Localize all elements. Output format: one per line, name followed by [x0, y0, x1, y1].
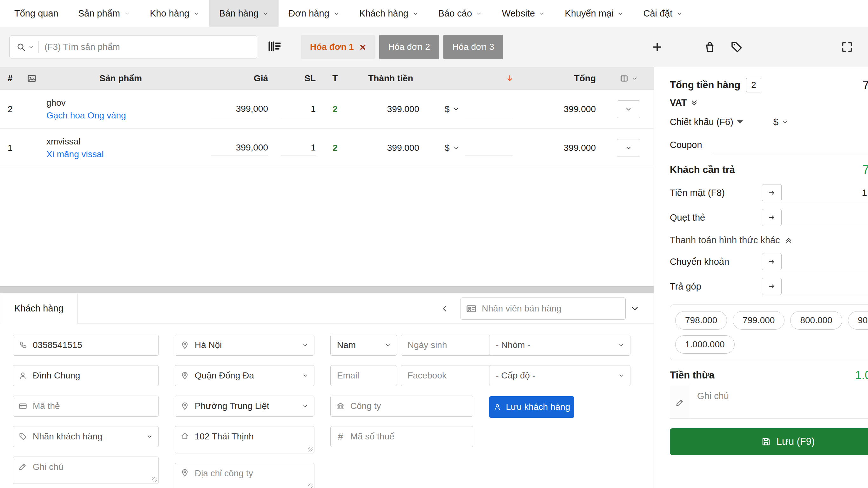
company-input[interactable]: [350, 401, 473, 411]
discount-toggle[interactable]: Chiết khấu (F6): [670, 117, 743, 127]
company-address-field[interactable]: [175, 463, 314, 488]
coupon-input[interactable]: [712, 137, 868, 153]
nav-item-ban-hang[interactable]: Bán hàng: [209, 0, 279, 27]
customer-name-input[interactable]: [33, 370, 158, 381]
product-search-box[interactable]: [9, 36, 257, 58]
price-input[interactable]: [211, 140, 268, 156]
nav-item-khuyen-mai[interactable]: Khuyến mại: [555, 0, 633, 27]
column-chooser[interactable]: [603, 74, 654, 83]
chevron-down-icon: [262, 10, 269, 17]
customer-label-select[interactable]: Nhãn khách hàng: [13, 426, 159, 447]
price-input[interactable]: [211, 101, 268, 117]
row-options-button[interactable]: [617, 139, 640, 157]
customer-note-field[interactable]: [13, 457, 159, 484]
nav-item-san-pham[interactable]: Sản phẩm: [68, 0, 140, 27]
nav-item-tong-quan[interactable]: Tổng quan: [4, 0, 68, 27]
cash-fill-button[interactable]: [762, 184, 782, 201]
nav-item-website[interactable]: Website: [492, 0, 555, 27]
orders-bag-button[interactable]: [703, 40, 716, 54]
shopping-bag-icon: [703, 40, 716, 54]
employee-select[interactable]: [461, 297, 626, 320]
customer-note-input[interactable]: [33, 457, 158, 484]
caret-down-icon: [737, 120, 743, 124]
other-methods-toggle[interactable]: Thanh toán hình thức khác: [670, 235, 868, 246]
payment-note-input[interactable]: [690, 386, 868, 419]
city-select[interactable]: Hà Nội: [175, 335, 314, 356]
panel-divider: [0, 286, 654, 293]
chevrons-down-icon: [690, 99, 699, 107]
product-name-link[interactable]: Xi măng vissal: [46, 149, 104, 159]
installment-fill-button[interactable]: [762, 278, 782, 295]
email-field[interactable]: [330, 365, 397, 386]
tab-customer[interactable]: Khách hàng: [0, 294, 78, 324]
tax-code-field[interactable]: #: [330, 426, 473, 447]
ward-select[interactable]: Phường Trung Liệt: [175, 396, 314, 417]
transfer-input[interactable]: [782, 253, 868, 270]
discount-unit-select[interactable]: $: [445, 104, 459, 114]
installment-input[interactable]: [782, 278, 868, 295]
phone-field[interactable]: [13, 335, 159, 356]
tax-code-input[interactable]: [350, 431, 473, 442]
collapse-panel-button[interactable]: [440, 304, 450, 313]
fullscreen-button[interactable]: [841, 41, 854, 53]
toolbar-icons: [703, 40, 743, 54]
customer-name-field[interactable]: [13, 365, 159, 386]
save-invoice-button[interactable]: Lưu (F9): [670, 428, 868, 455]
discount-unit-select[interactable]: $: [445, 143, 459, 153]
amount-pill[interactable]: 800.000: [790, 311, 842, 330]
phone-input[interactable]: [33, 340, 158, 350]
price-tag-button[interactable]: [730, 40, 743, 54]
amount-pill[interactable]: 799.000: [733, 311, 784, 330]
company-field[interactable]: [330, 396, 473, 417]
select-value: Quận Đống Đa: [195, 370, 302, 381]
quantity-input[interactable]: [281, 140, 316, 156]
save-customer-button[interactable]: Lưu khách hàng: [489, 396, 574, 418]
tab-invoice-1[interactable]: Hóa đơn 1 ×: [301, 35, 375, 59]
gender-select[interactable]: Nam: [330, 335, 397, 356]
address-input[interactable]: 102 Thái Thịnh: [195, 426, 314, 453]
company-address-input[interactable]: [195, 463, 314, 488]
payment-note-field[interactable]: [670, 386, 868, 419]
card-swipe-fill-button[interactable]: [762, 209, 782, 226]
tab-invoice-2[interactable]: Hóa đơn 2: [379, 35, 439, 59]
add-invoice-button[interactable]: +: [652, 39, 662, 55]
cash-input[interactable]: [782, 184, 868, 201]
product-name-link[interactable]: Gạch hoa Ong vàng: [46, 110, 126, 121]
email-input[interactable]: [337, 370, 397, 381]
barcode-icon: [267, 39, 282, 55]
nav-item-cai-dat[interactable]: Cài đặt: [633, 0, 693, 27]
quantity-input[interactable]: [281, 101, 316, 117]
chevron-down-icon[interactable]: [28, 44, 34, 50]
close-icon[interactable]: ×: [360, 41, 366, 53]
employee-input[interactable]: [482, 303, 625, 314]
arrow-right-icon: [768, 214, 776, 222]
row-options-button[interactable]: [617, 100, 640, 118]
amount-pill[interactable]: 798.000: [675, 311, 727, 330]
nav-item-kho-hang[interactable]: Kho hàng: [140, 0, 209, 27]
arrow-right-icon: [768, 282, 776, 291]
employee-dropdown-button[interactable]: [630, 304, 640, 313]
address-field[interactable]: 102 Thái Thịnh: [175, 426, 314, 453]
select-value: - Nhóm -: [496, 340, 618, 350]
nav-item-bao-cao[interactable]: Báo cáo: [429, 0, 492, 27]
discount-input[interactable]: [465, 140, 513, 156]
tab-invoice-3[interactable]: Hóa đơn 3: [443, 35, 503, 59]
barcode-scan-button[interactable]: [267, 39, 282, 55]
card-code-input[interactable]: [33, 401, 158, 411]
vat-toggle[interactable]: VAT: [670, 97, 868, 108]
nav-item-don-hang[interactable]: Đơn hàng: [279, 0, 349, 27]
amount-pill[interactable]: 1.000.000: [675, 335, 735, 354]
sort-column[interactable]: [432, 74, 527, 83]
transfer-fill-button[interactable]: [762, 253, 782, 270]
product-search-input[interactable]: [44, 42, 251, 52]
nav-item-khach-hang[interactable]: Khách hàng: [349, 0, 429, 27]
district-select[interactable]: Quận Đống Đa: [175, 365, 314, 386]
card-swipe-input[interactable]: [782, 209, 868, 226]
discount-input[interactable]: [465, 101, 513, 117]
card-code-field[interactable]: [13, 396, 159, 417]
discount-unit-select[interactable]: $: [773, 117, 788, 127]
card-icon: [13, 402, 33, 411]
group-select[interactable]: - Nhóm -: [489, 335, 630, 356]
level-select[interactable]: - Cấp độ -: [489, 365, 630, 386]
amount-pill[interactable]: 900.000: [848, 311, 868, 330]
